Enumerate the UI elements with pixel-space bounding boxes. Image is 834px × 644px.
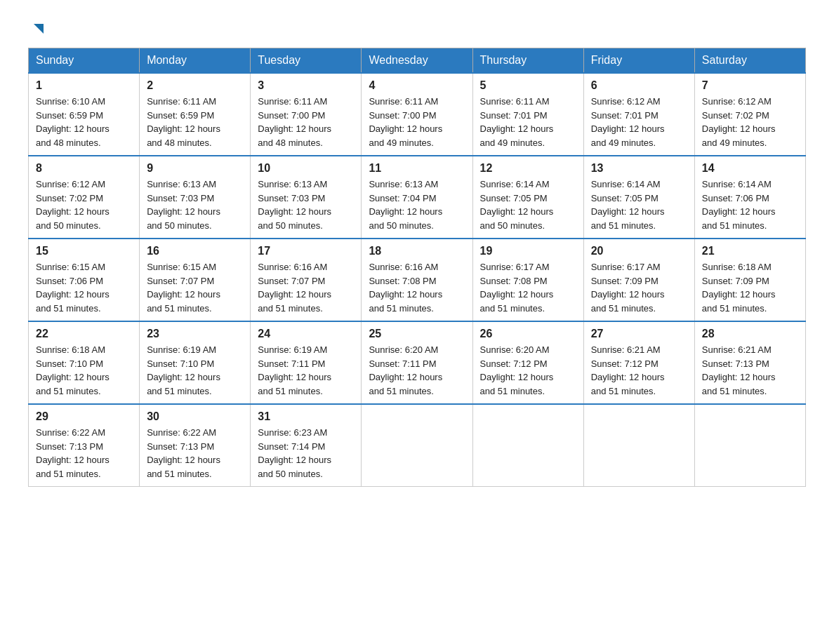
day-number: 8: [36, 162, 132, 175]
day-number: 29: [36, 410, 132, 423]
day-number: 17: [258, 245, 354, 257]
col-header-thursday: Thursday: [472, 48, 583, 74]
calendar-week-row: 8Sunrise: 6:12 AMSunset: 7:02 PMDaylight…: [29, 156, 806, 239]
day-info: Sunrise: 6:22 AMSunset: 7:13 PMDaylight:…: [147, 427, 220, 479]
calendar-cell: 7Sunrise: 6:12 AMSunset: 7:02 PMDaylight…: [694, 73, 805, 156]
day-info: Sunrise: 6:19 AMSunset: 7:10 PMDaylight:…: [147, 344, 220, 396]
calendar-cell: 6Sunrise: 6:12 AMSunset: 7:01 PMDaylight…: [583, 73, 694, 156]
day-info: Sunrise: 6:11 AMSunset: 7:01 PMDaylight:…: [480, 96, 554, 148]
calendar-cell: 9Sunrise: 6:13 AMSunset: 7:03 PMDaylight…: [140, 156, 251, 239]
day-number: 25: [369, 328, 465, 340]
day-number: 3: [258, 79, 354, 92]
calendar-cell: [694, 404, 805, 487]
calendar-cell: 11Sunrise: 6:13 AMSunset: 7:04 PMDayligh…: [362, 156, 472, 239]
day-number: 31: [258, 410, 354, 423]
day-number: 16: [147, 245, 243, 257]
day-number: 21: [702, 245, 798, 257]
calendar-cell: 26Sunrise: 6:20 AMSunset: 7:12 PMDayligh…: [472, 321, 583, 404]
day-number: 4: [369, 79, 465, 92]
calendar-cell: 30Sunrise: 6:22 AMSunset: 7:13 PMDayligh…: [140, 404, 251, 487]
day-info: Sunrise: 6:10 AMSunset: 6:59 PMDaylight:…: [36, 96, 110, 148]
col-header-sunday: Sunday: [29, 48, 140, 74]
col-header-monday: Monday: [140, 48, 251, 74]
day-info: Sunrise: 6:17 AMSunset: 7:08 PMDaylight:…: [480, 262, 554, 314]
day-number: 10: [258, 162, 354, 175]
day-info: Sunrise: 6:15 AMSunset: 7:06 PMDaylight:…: [36, 262, 110, 314]
day-info: Sunrise: 6:18 AMSunset: 7:09 PMDaylight:…: [702, 262, 776, 314]
day-number: 22: [36, 328, 132, 340]
day-info: Sunrise: 6:14 AMSunset: 7:06 PMDaylight:…: [702, 179, 776, 231]
calendar-cell: [472, 404, 583, 487]
day-info: Sunrise: 6:21 AMSunset: 7:13 PMDaylight:…: [702, 344, 776, 396]
day-info: Sunrise: 6:16 AMSunset: 7:08 PMDaylight:…: [369, 262, 442, 314]
calendar-cell: 8Sunrise: 6:12 AMSunset: 7:02 PMDaylight…: [29, 156, 140, 239]
day-info: Sunrise: 6:13 AMSunset: 7:03 PMDaylight:…: [147, 179, 220, 231]
day-number: 12: [480, 162, 576, 175]
day-number: 18: [369, 245, 465, 257]
day-info: Sunrise: 6:12 AMSunset: 7:02 PMDaylight:…: [702, 96, 776, 148]
day-info: Sunrise: 6:12 AMSunset: 7:01 PMDaylight:…: [591, 96, 665, 148]
day-number: 26: [480, 328, 576, 340]
calendar-cell: 31Sunrise: 6:23 AMSunset: 7:14 PMDayligh…: [251, 404, 362, 487]
day-info: Sunrise: 6:19 AMSunset: 7:11 PMDaylight:…: [258, 344, 331, 396]
calendar-cell: 12Sunrise: 6:14 AMSunset: 7:05 PMDayligh…: [472, 156, 583, 239]
day-info: Sunrise: 6:14 AMSunset: 7:05 PMDaylight:…: [480, 179, 554, 231]
day-info: Sunrise: 6:18 AMSunset: 7:10 PMDaylight:…: [36, 344, 110, 396]
day-number: 9: [147, 162, 243, 175]
day-number: 24: [258, 328, 354, 340]
day-info: Sunrise: 6:16 AMSunset: 7:07 PMDaylight:…: [258, 262, 331, 314]
day-info: Sunrise: 6:11 AMSunset: 7:00 PMDaylight:…: [369, 96, 442, 148]
calendar-cell: 24Sunrise: 6:19 AMSunset: 7:11 PMDayligh…: [251, 321, 362, 404]
calendar-cell: 5Sunrise: 6:11 AMSunset: 7:01 PMDaylight…: [472, 73, 583, 156]
day-number: 2: [147, 79, 243, 92]
calendar-cell: 1Sunrise: 6:10 AMSunset: 6:59 PMDaylight…: [29, 73, 140, 156]
logo: [28, 21, 46, 34]
calendar-week-row: 1Sunrise: 6:10 AMSunset: 6:59 PMDaylight…: [29, 73, 806, 156]
day-info: Sunrise: 6:20 AMSunset: 7:12 PMDaylight:…: [480, 344, 554, 396]
day-number: 19: [480, 245, 576, 257]
calendar-cell: 3Sunrise: 6:11 AMSunset: 7:00 PMDaylight…: [251, 73, 362, 156]
day-info: Sunrise: 6:22 AMSunset: 7:13 PMDaylight:…: [36, 427, 110, 479]
col-header-friday: Friday: [583, 48, 694, 74]
day-number: 11: [369, 162, 465, 175]
day-info: Sunrise: 6:11 AMSunset: 6:59 PMDaylight:…: [147, 96, 220, 148]
calendar-cell: 13Sunrise: 6:14 AMSunset: 7:05 PMDayligh…: [583, 156, 694, 239]
logo-triangle-icon: [31, 21, 46, 36]
day-number: 14: [702, 162, 798, 175]
day-info: Sunrise: 6:17 AMSunset: 7:09 PMDaylight:…: [591, 262, 665, 314]
calendar-cell: 15Sunrise: 6:15 AMSunset: 7:06 PMDayligh…: [29, 239, 140, 321]
page-header: [28, 21, 806, 34]
col-header-tuesday: Tuesday: [251, 48, 362, 74]
day-number: 1: [36, 79, 132, 92]
day-info: Sunrise: 6:15 AMSunset: 7:07 PMDaylight:…: [147, 262, 220, 314]
day-number: 5: [480, 79, 576, 92]
calendar-cell: [362, 404, 472, 487]
calendar-cell: 28Sunrise: 6:21 AMSunset: 7:13 PMDayligh…: [694, 321, 805, 404]
calendar-cell: [583, 404, 694, 487]
calendar-cell: 25Sunrise: 6:20 AMSunset: 7:11 PMDayligh…: [362, 321, 472, 404]
day-number: 27: [591, 328, 687, 340]
day-number: 23: [147, 328, 243, 340]
calendar-cell: 23Sunrise: 6:19 AMSunset: 7:10 PMDayligh…: [140, 321, 251, 404]
day-number: 15: [36, 245, 132, 257]
calendar-cell: 10Sunrise: 6:13 AMSunset: 7:03 PMDayligh…: [251, 156, 362, 239]
calendar-week-row: 22Sunrise: 6:18 AMSunset: 7:10 PMDayligh…: [29, 321, 806, 404]
calendar-cell: 4Sunrise: 6:11 AMSunset: 7:00 PMDaylight…: [362, 73, 472, 156]
day-info: Sunrise: 6:12 AMSunset: 7:02 PMDaylight:…: [36, 179, 110, 231]
calendar-cell: 21Sunrise: 6:18 AMSunset: 7:09 PMDayligh…: [694, 239, 805, 321]
calendar-cell: 2Sunrise: 6:11 AMSunset: 6:59 PMDaylight…: [140, 73, 251, 156]
day-info: Sunrise: 6:11 AMSunset: 7:00 PMDaylight:…: [258, 96, 331, 148]
day-info: Sunrise: 6:13 AMSunset: 7:04 PMDaylight:…: [369, 179, 442, 231]
day-info: Sunrise: 6:21 AMSunset: 7:12 PMDaylight:…: [591, 344, 665, 396]
day-info: Sunrise: 6:13 AMSunset: 7:03 PMDaylight:…: [258, 179, 331, 231]
day-info: Sunrise: 6:14 AMSunset: 7:05 PMDaylight:…: [591, 179, 665, 231]
col-header-saturday: Saturday: [694, 48, 805, 74]
day-info: Sunrise: 6:23 AMSunset: 7:14 PMDaylight:…: [258, 427, 331, 479]
col-header-wednesday: Wednesday: [362, 48, 472, 74]
calendar-table: SundayMondayTuesdayWednesdayThursdayFrid…: [28, 48, 806, 487]
calendar-cell: 19Sunrise: 6:17 AMSunset: 7:08 PMDayligh…: [472, 239, 583, 321]
calendar-cell: 17Sunrise: 6:16 AMSunset: 7:07 PMDayligh…: [251, 239, 362, 321]
calendar-cell: 14Sunrise: 6:14 AMSunset: 7:06 PMDayligh…: [694, 156, 805, 239]
calendar-cell: 27Sunrise: 6:21 AMSunset: 7:12 PMDayligh…: [583, 321, 694, 404]
calendar-week-row: 29Sunrise: 6:22 AMSunset: 7:13 PMDayligh…: [29, 404, 806, 487]
